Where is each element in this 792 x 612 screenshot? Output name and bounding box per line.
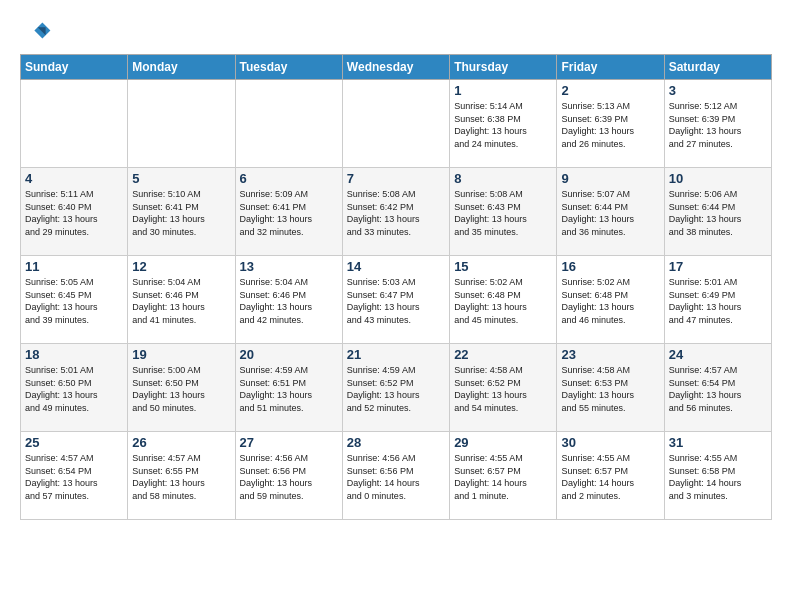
day-number: 31: [669, 435, 767, 450]
day-info: Sunrise: 5:09 AM Sunset: 6:41 PM Dayligh…: [240, 188, 338, 238]
header-cell-tuesday: Tuesday: [235, 55, 342, 80]
day-cell: 1Sunrise: 5:14 AM Sunset: 6:38 PM Daylig…: [450, 80, 557, 168]
day-info: Sunrise: 5:01 AM Sunset: 6:50 PM Dayligh…: [25, 364, 123, 414]
day-cell: 8Sunrise: 5:08 AM Sunset: 6:43 PM Daylig…: [450, 168, 557, 256]
day-number: 21: [347, 347, 445, 362]
page: SundayMondayTuesdayWednesdayThursdayFrid…: [0, 0, 792, 530]
day-cell: 23Sunrise: 4:58 AM Sunset: 6:53 PM Dayli…: [557, 344, 664, 432]
day-number: 9: [561, 171, 659, 186]
header-cell-friday: Friday: [557, 55, 664, 80]
day-cell: 24Sunrise: 4:57 AM Sunset: 6:54 PM Dayli…: [664, 344, 771, 432]
day-number: 22: [454, 347, 552, 362]
day-cell: 29Sunrise: 4:55 AM Sunset: 6:57 PM Dayli…: [450, 432, 557, 520]
day-cell: 9Sunrise: 5:07 AM Sunset: 6:44 PM Daylig…: [557, 168, 664, 256]
day-info: Sunrise: 4:55 AM Sunset: 6:57 PM Dayligh…: [561, 452, 659, 502]
day-info: Sunrise: 5:04 AM Sunset: 6:46 PM Dayligh…: [240, 276, 338, 326]
day-number: 12: [132, 259, 230, 274]
day-cell: 28Sunrise: 4:56 AM Sunset: 6:56 PM Dayli…: [342, 432, 449, 520]
day-info: Sunrise: 5:11 AM Sunset: 6:40 PM Dayligh…: [25, 188, 123, 238]
day-number: 13: [240, 259, 338, 274]
day-info: Sunrise: 4:56 AM Sunset: 6:56 PM Dayligh…: [240, 452, 338, 502]
day-cell: [235, 80, 342, 168]
day-info: Sunrise: 5:14 AM Sunset: 6:38 PM Dayligh…: [454, 100, 552, 150]
day-number: 29: [454, 435, 552, 450]
day-cell: 7Sunrise: 5:08 AM Sunset: 6:42 PM Daylig…: [342, 168, 449, 256]
day-number: 24: [669, 347, 767, 362]
day-info: Sunrise: 5:08 AM Sunset: 6:43 PM Dayligh…: [454, 188, 552, 238]
day-info: Sunrise: 4:59 AM Sunset: 6:52 PM Dayligh…: [347, 364, 445, 414]
day-cell: 31Sunrise: 4:55 AM Sunset: 6:58 PM Dayli…: [664, 432, 771, 520]
day-number: 5: [132, 171, 230, 186]
day-number: 11: [25, 259, 123, 274]
day-cell: 21Sunrise: 4:59 AM Sunset: 6:52 PM Dayli…: [342, 344, 449, 432]
day-cell: [128, 80, 235, 168]
day-number: 6: [240, 171, 338, 186]
day-cell: [342, 80, 449, 168]
day-number: 1: [454, 83, 552, 98]
week-row-3: 11Sunrise: 5:05 AM Sunset: 6:45 PM Dayli…: [21, 256, 772, 344]
day-cell: 11Sunrise: 5:05 AM Sunset: 6:45 PM Dayli…: [21, 256, 128, 344]
day-info: Sunrise: 5:06 AM Sunset: 6:44 PM Dayligh…: [669, 188, 767, 238]
day-cell: 5Sunrise: 5:10 AM Sunset: 6:41 PM Daylig…: [128, 168, 235, 256]
day-info: Sunrise: 4:55 AM Sunset: 6:57 PM Dayligh…: [454, 452, 552, 502]
header-row: SundayMondayTuesdayWednesdayThursdayFrid…: [21, 55, 772, 80]
day-cell: 20Sunrise: 4:59 AM Sunset: 6:51 PM Dayli…: [235, 344, 342, 432]
day-cell: 25Sunrise: 4:57 AM Sunset: 6:54 PM Dayli…: [21, 432, 128, 520]
week-row-4: 18Sunrise: 5:01 AM Sunset: 6:50 PM Dayli…: [21, 344, 772, 432]
day-info: Sunrise: 4:58 AM Sunset: 6:53 PM Dayligh…: [561, 364, 659, 414]
day-cell: 4Sunrise: 5:11 AM Sunset: 6:40 PM Daylig…: [21, 168, 128, 256]
day-info: Sunrise: 5:01 AM Sunset: 6:49 PM Dayligh…: [669, 276, 767, 326]
day-number: 20: [240, 347, 338, 362]
day-cell: 12Sunrise: 5:04 AM Sunset: 6:46 PM Dayli…: [128, 256, 235, 344]
day-number: 10: [669, 171, 767, 186]
day-info: Sunrise: 5:10 AM Sunset: 6:41 PM Dayligh…: [132, 188, 230, 238]
day-cell: 13Sunrise: 5:04 AM Sunset: 6:46 PM Dayli…: [235, 256, 342, 344]
day-info: Sunrise: 5:02 AM Sunset: 6:48 PM Dayligh…: [454, 276, 552, 326]
day-info: Sunrise: 5:02 AM Sunset: 6:48 PM Dayligh…: [561, 276, 659, 326]
header-cell-sunday: Sunday: [21, 55, 128, 80]
day-number: 8: [454, 171, 552, 186]
day-cell: 22Sunrise: 4:58 AM Sunset: 6:52 PM Dayli…: [450, 344, 557, 432]
header-cell-thursday: Thursday: [450, 55, 557, 80]
week-row-5: 25Sunrise: 4:57 AM Sunset: 6:54 PM Dayli…: [21, 432, 772, 520]
day-cell: 30Sunrise: 4:55 AM Sunset: 6:57 PM Dayli…: [557, 432, 664, 520]
day-number: 4: [25, 171, 123, 186]
day-info: Sunrise: 5:04 AM Sunset: 6:46 PM Dayligh…: [132, 276, 230, 326]
day-info: Sunrise: 4:57 AM Sunset: 6:55 PM Dayligh…: [132, 452, 230, 502]
day-cell: [21, 80, 128, 168]
calendar-table: SundayMondayTuesdayWednesdayThursdayFrid…: [20, 54, 772, 520]
header: [20, 16, 772, 48]
logo: [20, 16, 56, 48]
day-number: 19: [132, 347, 230, 362]
day-number: 25: [25, 435, 123, 450]
day-cell: 19Sunrise: 5:00 AM Sunset: 6:50 PM Dayli…: [128, 344, 235, 432]
day-info: Sunrise: 4:59 AM Sunset: 6:51 PM Dayligh…: [240, 364, 338, 414]
calendar-body: 1Sunrise: 5:14 AM Sunset: 6:38 PM Daylig…: [21, 80, 772, 520]
day-cell: 6Sunrise: 5:09 AM Sunset: 6:41 PM Daylig…: [235, 168, 342, 256]
calendar-header: SundayMondayTuesdayWednesdayThursdayFrid…: [21, 55, 772, 80]
day-info: Sunrise: 5:03 AM Sunset: 6:47 PM Dayligh…: [347, 276, 445, 326]
day-number: 23: [561, 347, 659, 362]
day-info: Sunrise: 5:07 AM Sunset: 6:44 PM Dayligh…: [561, 188, 659, 238]
day-info: Sunrise: 4:57 AM Sunset: 6:54 PM Dayligh…: [25, 452, 123, 502]
day-info: Sunrise: 5:08 AM Sunset: 6:42 PM Dayligh…: [347, 188, 445, 238]
day-info: Sunrise: 5:05 AM Sunset: 6:45 PM Dayligh…: [25, 276, 123, 326]
week-row-2: 4Sunrise: 5:11 AM Sunset: 6:40 PM Daylig…: [21, 168, 772, 256]
day-number: 18: [25, 347, 123, 362]
day-cell: 14Sunrise: 5:03 AM Sunset: 6:47 PM Dayli…: [342, 256, 449, 344]
day-number: 16: [561, 259, 659, 274]
day-info: Sunrise: 4:56 AM Sunset: 6:56 PM Dayligh…: [347, 452, 445, 502]
day-cell: 15Sunrise: 5:02 AM Sunset: 6:48 PM Dayli…: [450, 256, 557, 344]
day-number: 15: [454, 259, 552, 274]
day-cell: 27Sunrise: 4:56 AM Sunset: 6:56 PM Dayli…: [235, 432, 342, 520]
day-cell: 16Sunrise: 5:02 AM Sunset: 6:48 PM Dayli…: [557, 256, 664, 344]
day-number: 26: [132, 435, 230, 450]
day-number: 17: [669, 259, 767, 274]
day-cell: 10Sunrise: 5:06 AM Sunset: 6:44 PM Dayli…: [664, 168, 771, 256]
header-cell-saturday: Saturday: [664, 55, 771, 80]
day-number: 28: [347, 435, 445, 450]
day-info: Sunrise: 4:55 AM Sunset: 6:58 PM Dayligh…: [669, 452, 767, 502]
day-info: Sunrise: 4:57 AM Sunset: 6:54 PM Dayligh…: [669, 364, 767, 414]
day-cell: 3Sunrise: 5:12 AM Sunset: 6:39 PM Daylig…: [664, 80, 771, 168]
day-number: 7: [347, 171, 445, 186]
